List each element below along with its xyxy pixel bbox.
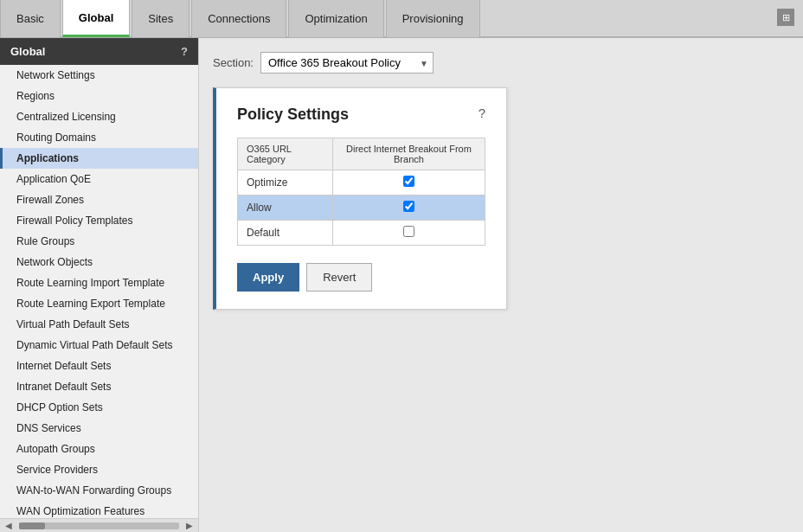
sidebar-item-firewall-policy-templates[interactable]: Firewall Policy Templates: [0, 210, 198, 231]
sidebar-item-applications[interactable]: Applications: [0, 148, 198, 169]
sidebar-item-dynamic-virtual-path-default-sets[interactable]: Dynamic Virtual Path Default Sets: [0, 335, 198, 356]
sidebar-item-internet-default-sets[interactable]: Internet Default Sets: [0, 356, 198, 376]
table-row: Allow: [238, 195, 485, 221]
table-row: Optimize: [238, 170, 485, 195]
content-area: Section: Office 365 Breakout Policy Poli…: [199, 38, 803, 532]
sidebar-item-rule-groups[interactable]: Rule Groups: [0, 231, 198, 252]
table-row: Default: [238, 221, 485, 246]
policy-checkbox-optimize[interactable]: [403, 176, 414, 187]
checkbox-cell[interactable]: [332, 195, 485, 221]
sidebar-item-service-providers[interactable]: Service Providers: [0, 459, 198, 480]
policy-table: O365 URL Category Direct Internet Breako…: [237, 138, 485, 246]
main-layout: Global ? Network SettingsRegionsCentrali…: [0, 38, 803, 532]
revert-button[interactable]: Revert: [306, 263, 372, 292]
sidebar-item-firewall-zones[interactable]: Firewall Zones: [0, 189, 198, 210]
sidebar-item-application-qoe[interactable]: Application QoE: [0, 169, 198, 189]
sidebar-title: Global: [10, 45, 45, 58]
col-category-header: O365 URL Category: [238, 138, 333, 170]
sidebar-item-intranet-default-sets[interactable]: Intranet Default Sets: [0, 376, 198, 397]
tab-sites[interactable]: Sites: [132, 0, 190, 37]
scroll-arrows: ◀ ▶: [0, 521, 198, 530]
checkbox-cell[interactable]: [332, 170, 485, 195]
section-select[interactable]: Office 365 Breakout Policy: [260, 52, 434, 74]
policy-card-title: Policy Settings: [237, 106, 349, 124]
window-icon: ⊞: [777, 9, 794, 26]
tab-basic[interactable]: Basic: [0, 0, 61, 37]
sidebar-header: Global ?: [0, 38, 198, 65]
sidebar-item-wan-optimization-features[interactable]: WAN Optimization Features: [0, 501, 198, 518]
sidebar-item-dns-services[interactable]: DNS Services: [0, 418, 198, 439]
scroll-right-arrow[interactable]: ▶: [183, 521, 196, 530]
sidebar-item-regions[interactable]: Regions: [0, 86, 198, 106]
sidebar-item-dhcp-option-sets[interactable]: DHCP Option Sets: [0, 397, 198, 418]
category-cell: Default: [238, 221, 333, 246]
tab-provisioning[interactable]: Provisioning: [386, 0, 480, 37]
tab-optimization[interactable]: Optimization: [288, 0, 383, 37]
sidebar: Global ? Network SettingsRegionsCentrali…: [0, 38, 199, 532]
section-select-wrapper: Office 365 Breakout Policy: [260, 52, 434, 74]
sidebar-item-wan-to-wan-forwarding-groups[interactable]: WAN-to-WAN Forwarding Groups: [0, 480, 198, 501]
button-row: Apply Revert: [237, 263, 485, 292]
policy-checkbox-default[interactable]: [403, 226, 414, 237]
policy-help-icon[interactable]: ?: [479, 106, 485, 120]
tab-connections[interactable]: Connections: [191, 0, 286, 37]
policy-checkbox-allow[interactable]: [403, 201, 414, 212]
col-breakout-header: Direct Internet Breakout From Branch: [332, 138, 485, 170]
sidebar-item-network-objects[interactable]: Network Objects: [0, 252, 198, 272]
sidebar-item-centralized-licensing[interactable]: Centralized Licensing: [0, 106, 198, 127]
sidebar-list: Network SettingsRegionsCentralized Licen…: [0, 65, 198, 518]
sidebar-item-route-learning-import[interactable]: Route Learning Import Template: [0, 272, 198, 293]
section-label: Section:: [213, 56, 254, 69]
scroll-left-arrow[interactable]: ◀: [2, 521, 16, 530]
policy-card: Policy Settings ? O365 URL Category Dire…: [213, 87, 507, 310]
sidebar-scrollbar[interactable]: ◀ ▶: [0, 518, 198, 532]
sidebar-item-route-learning-export[interactable]: Route Learning Export Template: [0, 293, 198, 314]
sidebar-item-routing-domains[interactable]: Routing Domains: [0, 127, 198, 148]
tab-bar: Basic Global Sites Connections Optimizat…: [0, 0, 803, 38]
category-cell: Allow: [238, 195, 333, 221]
category-cell: Optimize: [238, 170, 333, 195]
sidebar-item-virtual-path-default-sets[interactable]: Virtual Path Default Sets: [0, 314, 198, 335]
section-bar: Section: Office 365 Breakout Policy: [213, 52, 789, 74]
apply-button[interactable]: Apply: [237, 263, 299, 292]
checkbox-cell[interactable]: [332, 221, 485, 246]
tab-global[interactable]: Global: [62, 0, 130, 37]
sidebar-item-autopath-groups[interactable]: Autopath Groups: [0, 439, 198, 459]
policy-card-header: Policy Settings ?: [237, 106, 485, 124]
sidebar-help-icon[interactable]: ?: [181, 45, 188, 58]
sidebar-item-network-settings[interactable]: Network Settings: [0, 65, 198, 86]
